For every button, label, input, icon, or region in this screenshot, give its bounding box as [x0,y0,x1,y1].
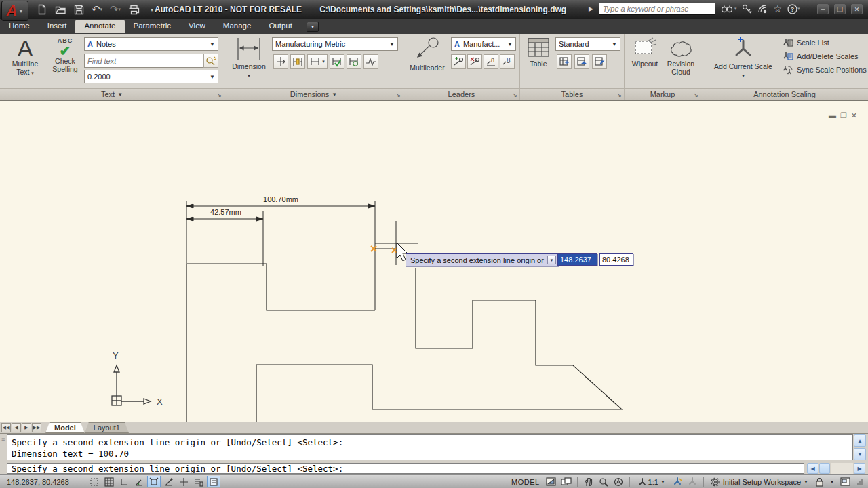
table-style-combo[interactable]: Standard ▼ [555,37,620,51]
model-paper-toggle[interactable]: MODEL [507,478,544,486]
command-scrollbar-horizontal[interactable]: ◀ ▶ [807,463,865,474]
first-tab-button[interactable]: ◀◀ [1,423,11,432]
otrack-toggle[interactable] [162,476,176,487]
application-menu-button[interactable]: A ▼ [1,1,28,21]
pan-button[interactable] [582,476,595,487]
ortho-toggle[interactable] [117,476,131,487]
ribbon-minimize-button[interactable]: ▾ [307,22,319,32]
snap-toggle[interactable] [87,476,101,487]
dynamic-input-x-field[interactable]: 148.2637 [557,253,597,266]
autoscale-toggle[interactable] [686,476,699,487]
quick-properties-toggle[interactable] [207,476,220,487]
command-input-line[interactable]: Specify a second extension line origin o… [7,463,804,474]
osnap-toggle[interactable] [147,476,161,487]
scroll-down-icon[interactable]: ▼ [854,448,866,460]
status-bar-menu-button[interactable]: ▼ [827,476,837,487]
find-text-input[interactable] [84,54,203,68]
command-scrollbar-vertical[interactable]: ▲ ▼ [854,434,866,460]
search-binoculars-icon[interactable]: ▾ [721,4,737,14]
check-spelling-button[interactable]: ABC ✔ Check Spelling [49,37,81,73]
table-extract-data-button[interactable] [557,54,572,69]
tab-layout1[interactable]: Layout1 [85,422,129,433]
multileader-style-combo[interactable]: A Manufact... ▼ [451,37,516,51]
collect-leaders-button[interactable]: 8 [500,54,515,69]
tab-annotate[interactable]: Annotate [75,20,124,33]
subscription-key-icon[interactable] [742,4,752,14]
tooltip-options-button[interactable]: ▾ [547,256,556,264]
panel-title-annotation-scaling[interactable]: Annotation Scaling [701,88,868,100]
tab-model[interactable]: Model [45,422,85,433]
favorites-star-icon[interactable]: ☆ [773,3,782,14]
drawing-area[interactable]: 100.70mm 42.57mm Y X Specify a second ex… [0,100,868,422]
revision-cloud-button[interactable]: Revision Cloud [664,37,698,76]
scroll-right-icon[interactable]: ▶ [854,463,865,474]
tab-output[interactable]: Output [260,20,301,33]
scrollbar-thumb[interactable] [819,463,830,474]
panel-title-text[interactable]: Text▼ [0,88,224,100]
undo-button[interactable]: ↶▾ [90,3,104,16]
prev-tab-button[interactable]: ◀ [12,423,21,432]
scale-list-button[interactable]: Scale List [783,38,867,47]
panel-title-tables[interactable]: Tables [520,88,624,100]
toolbar-lock-button[interactable] [812,476,826,487]
polar-toggle[interactable] [132,476,146,487]
tab-insert[interactable]: Insert [39,20,76,33]
tab-parametric[interactable]: Parametric [125,20,180,33]
tab-home[interactable]: Home [0,20,39,33]
jogged-linear-button[interactable] [363,54,378,69]
sync-scale-positions-button[interactable]: Sync Scale Positions [783,65,867,75]
minimize-button[interactable]: ━ [817,4,829,14]
redo-button[interactable]: ↷▾ [108,3,122,16]
dynamic-ucs-toggle[interactable] [177,476,191,487]
find-text-button[interactable] [203,54,218,68]
maximize-button[interactable]: ❑ [834,4,846,14]
dimension-value-label[interactable]: 100.70mm [263,195,298,203]
grid-toggle[interactable] [102,476,116,487]
text-height-combo[interactable]: 0.2000 ▼ [84,70,218,83]
next-tab-button[interactable]: ▶ [22,423,31,432]
redo-dropdown-arrow-icon[interactable]: ▾ [119,7,121,12]
text-style-combo[interactable]: A Notes ▼ [84,37,218,51]
dimension-break-button[interactable] [273,54,288,69]
table-export-button[interactable] [574,54,589,69]
panel-title-markup[interactable]: Markup [625,88,701,100]
workspace-switcher[interactable]: Initial Setup Workspace ▼ [707,477,812,487]
inspect-dimension-button[interactable] [330,54,344,69]
dimension-value-label[interactable]: 42.57mm [210,208,241,216]
command-window-grip[interactable]: ≡ [1,436,5,443]
new-file-button[interactable] [35,3,49,16]
adjust-space-button[interactable] [290,54,305,69]
tab-manage[interactable]: Manage [214,20,260,33]
add-delete-scales-button[interactable]: Add/Delete Scales [783,52,867,61]
align-leaders-button[interactable]: 8 [484,54,498,69]
last-tab-button[interactable]: ▶▶ [32,423,41,432]
viewport-close-button[interactable]: ✕ [851,112,857,119]
search-input[interactable] [599,3,715,15]
update-dimension-button[interactable] [347,54,361,69]
multiline-text-button[interactable]: A Multiline Text ▾ [5,37,45,77]
infocenter-expand-arrow-icon[interactable]: ▶ [589,5,593,12]
dimensions-dialog-launcher-icon[interactable]: ↘ [395,92,401,98]
annotation-visibility-toggle[interactable] [671,476,684,487]
continue-dimension-button[interactable]: ▾ [307,54,328,69]
scroll-left-icon[interactable]: ◀ [807,463,818,474]
help-icon[interactable]: ?▾ [787,4,800,14]
communication-center-icon[interactable] [757,4,768,14]
add-current-scale-button[interactable]: Add Current Scale ▾ [711,37,776,80]
dynamic-input-toggle[interactable] [192,476,205,487]
undo-dropdown-arrow-icon[interactable]: ▾ [100,7,103,12]
viewport-minimize-button[interactable]: ▬ [829,112,836,119]
multileader-button[interactable]: Multileader [406,37,448,72]
panel-title-dimensions[interactable]: Dimensions▼ [224,88,403,100]
dimension-button[interactable]: Dimension ▾ [229,37,269,80]
scroll-up-icon[interactable]: ▲ [854,434,866,447]
markup-dialog-launcher-icon[interactable]: ↘ [693,92,698,98]
tab-view[interactable]: View [180,20,214,33]
table-button[interactable]: Table [524,37,553,68]
viewport-restore-button[interactable]: ❐ [840,112,847,119]
zoom-button[interactable] [597,476,610,487]
text-dialog-launcher-icon[interactable]: ↘ [216,92,222,98]
annotation-scale-button[interactable]: 1:1 ▼ [634,476,669,487]
coordinate-readout[interactable]: 148.2637, 80.4268 [0,478,87,486]
layout-icon[interactable] [545,476,558,487]
